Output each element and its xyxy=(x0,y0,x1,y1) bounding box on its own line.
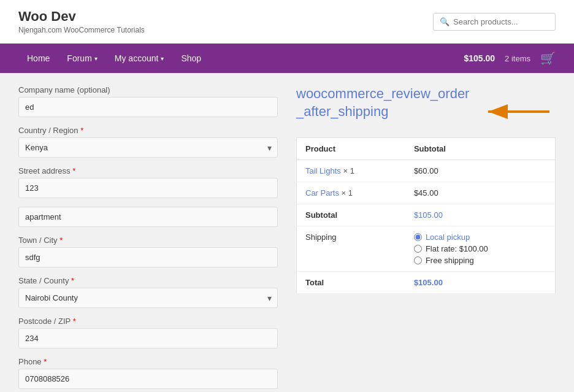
col-subtotal: Subtotal xyxy=(405,138,556,160)
required-marker: * xyxy=(71,276,74,285)
shipping-option-label: Flat rate: $100.00 xyxy=(426,244,488,253)
state-select[interactable]: Nairobi County Mombasa County Kisumu Cou… xyxy=(18,288,278,308)
postcode-group: Postcode / ZIP * xyxy=(18,317,278,348)
nav-item-forum[interactable]: Forum ▾ xyxy=(58,44,105,73)
site-title: Woo Dev xyxy=(18,9,145,25)
phone-group: Phone * xyxy=(18,357,278,389)
hook-container: woocommerce_review_order_after_shipping xyxy=(296,85,556,128)
city-group: Town / City * xyxy=(18,236,278,267)
street-label: Street address * xyxy=(18,166,278,175)
shipping-option: Local pickup xyxy=(414,233,546,242)
total-value: $105.00 xyxy=(405,272,556,294)
required-marker: * xyxy=(44,357,47,366)
table-row: Tail Lights × 1 $60.00 xyxy=(297,160,556,182)
company-name-label: Company name (optional) xyxy=(18,85,278,94)
cart-icon[interactable]: 🛒 xyxy=(540,51,556,66)
shipping-option: Free shipping xyxy=(414,256,546,265)
shipping-label: Shipping xyxy=(297,226,405,272)
state-group: State / County * Nairobi County Mombasa … xyxy=(18,276,278,308)
product-name: Tail Lights × 1 xyxy=(297,160,405,182)
navbar: Home Forum ▾ My account ▾ Shop $105.00 2… xyxy=(0,44,574,73)
nav-item-myaccount[interactable]: My account ▾ xyxy=(106,44,173,73)
street-input[interactable] xyxy=(18,178,278,198)
top-header: Woo Dev Njengah.com WooCommerce Tutorial… xyxy=(0,0,574,44)
phone-label: Phone * xyxy=(18,357,278,366)
nav-item-home[interactable]: Home xyxy=(18,44,58,73)
required-marker: * xyxy=(72,166,75,175)
col-product: Product xyxy=(297,138,405,160)
street-group: Street address * xyxy=(18,166,278,198)
product-name: Car Parts × 1 xyxy=(297,182,405,204)
form-section: Company name (optional) Country / Region… xyxy=(18,85,278,392)
required-marker: * xyxy=(80,126,83,135)
postcode-label: Postcode / ZIP * xyxy=(18,317,278,326)
order-table: Product Subtotal Tail Lights × 1 $60.00 … xyxy=(296,137,556,294)
shipping-options-cell: Local pickup Flat rate: $100.00 Free shi… xyxy=(405,226,556,272)
country-select-wrapper: Kenya Uganda Tanzania xyxy=(18,137,278,158)
search-bar[interactable]: 🔍 xyxy=(433,13,556,31)
subtotal-value: $105.00 xyxy=(405,204,556,226)
cart-count: 2 items xyxy=(505,54,530,63)
shipping-row: Shipping Local pickup Flat rate: $100.00… xyxy=(297,226,556,272)
arrow-icon xyxy=(482,102,556,121)
order-section: woocommerce_review_order_after_shipping … xyxy=(296,85,556,392)
shipping-radio[interactable] xyxy=(414,245,422,253)
required-marker: * xyxy=(73,317,76,326)
country-select[interactable]: Kenya Uganda Tanzania xyxy=(18,137,278,158)
chevron-down-icon: ▾ xyxy=(94,55,98,62)
nav-right: $105.00 2 items 🛒 xyxy=(464,51,556,66)
phone-input[interactable] xyxy=(18,369,278,389)
required-marker: * xyxy=(59,236,63,245)
shipping-radio[interactable] xyxy=(414,256,422,264)
postcode-input[interactable] xyxy=(18,328,278,348)
city-label: Town / City * xyxy=(18,236,278,245)
shipping-option: Flat rate: $100.00 xyxy=(414,244,546,253)
product-price: $45.00 xyxy=(405,182,556,204)
shipping-option-label: Local pickup xyxy=(426,233,470,242)
hook-label: woocommerce_review_order_after_shipping xyxy=(296,85,476,120)
total-row: Total $105.00 xyxy=(297,272,556,294)
country-label: Country / Region * xyxy=(18,126,278,135)
country-group: Country / Region * Kenya Uganda Tanzania xyxy=(18,126,278,158)
state-select-wrapper: Nairobi County Mombasa County Kisumu Cou… xyxy=(18,288,278,308)
subtotal-row: Subtotal $105.00 xyxy=(297,204,556,226)
state-label: State / County * xyxy=(18,276,278,285)
nav-left: Home Forum ▾ My account ▾ Shop xyxy=(18,44,210,73)
nav-item-shop[interactable]: Shop xyxy=(172,44,210,73)
main-content: Company name (optional) Country / Region… xyxy=(0,73,574,392)
apartment-input[interactable] xyxy=(18,207,278,227)
cart-total: $105.00 xyxy=(464,53,495,63)
company-name-group: Company name (optional) xyxy=(18,85,278,117)
apartment-group xyxy=(18,207,278,227)
chevron-down-icon: ▾ xyxy=(161,55,164,62)
total-label: Total xyxy=(297,272,405,294)
site-branding: Woo Dev Njengah.com WooCommerce Tutorial… xyxy=(18,9,145,34)
site-subtitle: Njengah.com WooCommerce Tutorials xyxy=(18,26,145,34)
search-input[interactable] xyxy=(453,17,549,26)
table-row: Car Parts × 1 $45.00 xyxy=(297,182,556,204)
search-icon: 🔍 xyxy=(440,17,450,26)
shipping-option-label: Free shipping xyxy=(426,256,474,265)
product-price: $60.00 xyxy=(405,160,556,182)
company-name-input[interactable] xyxy=(18,97,278,117)
city-input[interactable] xyxy=(18,247,278,267)
shipping-radio[interactable] xyxy=(414,233,422,241)
subtotal-label: Subtotal xyxy=(297,204,405,226)
